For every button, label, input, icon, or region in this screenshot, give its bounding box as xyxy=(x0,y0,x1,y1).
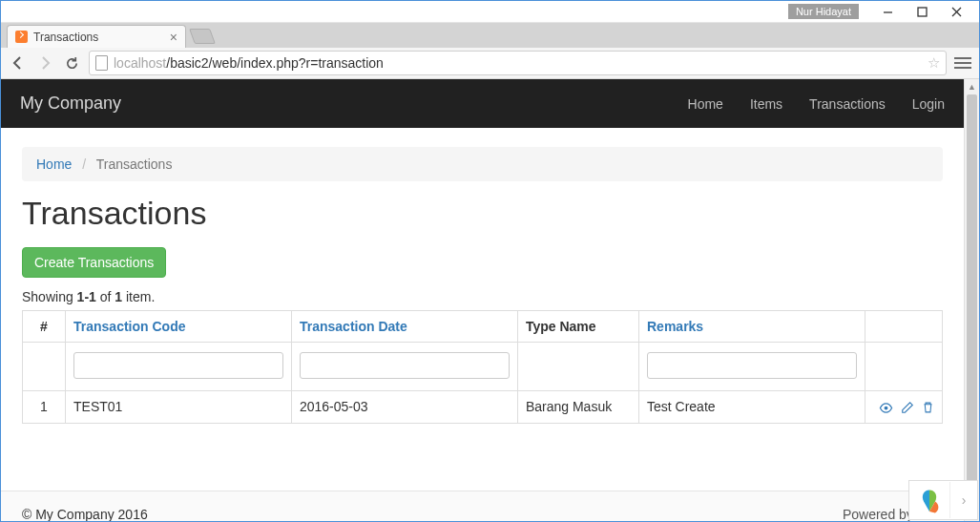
summary-range: 1-1 xyxy=(77,289,96,304)
summary-suffix: item. xyxy=(122,289,155,304)
breadcrumb-active: Transactions xyxy=(96,157,173,172)
navbar: My Company Home Items Transactions Login xyxy=(1,79,964,128)
new-tab-button[interactable] xyxy=(189,29,216,44)
nav-link-home[interactable]: Home xyxy=(688,96,723,112)
yii-debug-toolbar[interactable]: › xyxy=(908,480,978,520)
nav-link-items[interactable]: Items xyxy=(750,96,782,112)
sort-code[interactable]: Transaction Code xyxy=(73,319,185,334)
url-host: localhost xyxy=(114,55,166,71)
forward-button[interactable] xyxy=(35,53,54,73)
favicon-icon xyxy=(15,31,28,43)
os-user-badge: Nur Hidayat xyxy=(788,4,859,19)
reload-button[interactable] xyxy=(62,53,81,73)
page-icon xyxy=(95,55,108,71)
cell-code: TEST01 xyxy=(66,391,292,424)
browser-toolbar: localhost/basic2/web/index.php?r=transac… xyxy=(1,48,979,79)
browser-tabstrip: Transactions × xyxy=(1,23,979,48)
tab-title: Transactions xyxy=(33,31,98,44)
col-actions xyxy=(865,311,943,343)
summary-prefix: Showing xyxy=(22,289,77,304)
summary-total: 1 xyxy=(115,289,122,304)
edit-icon[interactable] xyxy=(901,401,914,414)
col-type: Type Name xyxy=(517,311,638,343)
col-date: Transaction Date xyxy=(291,311,517,343)
close-window-button[interactable] xyxy=(939,1,973,22)
sort-remarks[interactable]: Remarks xyxy=(647,319,703,334)
filter-remarks-input[interactable] xyxy=(647,352,857,379)
col-code: Transaction Code xyxy=(66,311,292,343)
delete-icon[interactable] xyxy=(922,401,934,414)
cell-serial: 1 xyxy=(23,391,66,424)
address-bar[interactable]: localhost/basic2/web/index.php?r=transac… xyxy=(89,51,947,75)
col-serial: # xyxy=(23,311,66,343)
svg-point-4 xyxy=(885,406,888,409)
browser-tab[interactable]: Transactions × xyxy=(7,25,186,48)
col-remarks: Remarks xyxy=(639,311,865,343)
os-titlebar: Nur Hidayat xyxy=(1,1,979,23)
breadcrumb-separator: / xyxy=(82,157,86,172)
sort-date[interactable]: Transaction Date xyxy=(300,319,407,334)
cell-remarks: Test Create xyxy=(639,391,865,424)
browser-menu-button[interactable] xyxy=(954,57,971,69)
grid-summary: Showing 1-1 of 1 item. xyxy=(22,289,943,304)
brand[interactable]: My Company xyxy=(20,94,121,114)
page-title: Transactions xyxy=(22,195,943,232)
nav-link-transactions[interactable]: Transactions xyxy=(809,96,886,112)
breadcrumb-home[interactable]: Home xyxy=(36,157,72,172)
filter-date-input[interactable] xyxy=(300,352,510,379)
scroll-up-icon[interactable]: ▲ xyxy=(965,79,979,94)
bookmark-star-icon[interactable]: ☆ xyxy=(928,54,940,72)
scroll-thumb[interactable] xyxy=(967,94,977,508)
filter-code-input[interactable] xyxy=(73,352,283,379)
chevron-right-icon[interactable]: › xyxy=(949,482,977,518)
tab-close-icon[interactable]: × xyxy=(170,31,177,44)
maximize-button[interactable] xyxy=(905,1,939,22)
url-path: /basic2/web/index.php?r=transaction xyxy=(166,55,384,71)
footer-copyright: © My Company 2016 xyxy=(22,507,148,522)
powered-prefix: Powered by xyxy=(843,507,917,522)
back-button[interactable] xyxy=(9,53,28,73)
nav-link-login[interactable]: Login xyxy=(912,96,945,112)
svg-rect-1 xyxy=(918,8,927,16)
cell-date: 2016-05-03 xyxy=(291,391,517,424)
footer: © My Company 2016 Powered by Yii F xyxy=(1,491,964,522)
cell-actions xyxy=(865,391,943,424)
create-button[interactable]: Create Transactions xyxy=(22,247,166,278)
transactions-table: # Transaction Code Transaction Date Type… xyxy=(22,310,943,424)
breadcrumb: Home / Transactions xyxy=(22,147,943,181)
table-row: 1 TEST01 2016-05-03 Barang Masuk Test Cr… xyxy=(23,391,943,424)
vertical-scrollbar[interactable]: ▲ ▼ xyxy=(964,79,979,522)
yii-logo-icon xyxy=(909,482,949,518)
view-icon[interactable] xyxy=(879,401,893,415)
minimize-button[interactable] xyxy=(870,1,905,22)
summary-mid: of xyxy=(96,289,115,304)
cell-type: Barang Masuk xyxy=(517,391,638,424)
